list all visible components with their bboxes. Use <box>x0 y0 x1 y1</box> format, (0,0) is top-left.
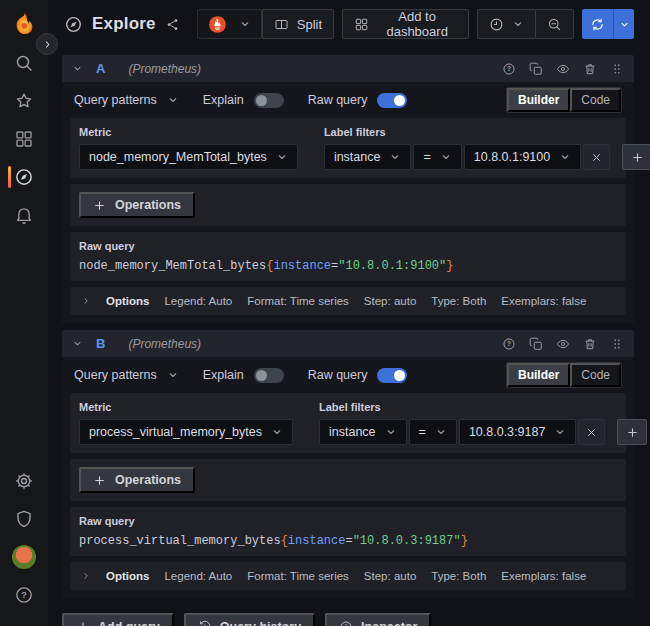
query-a-options-row[interactable]: Options Legend: Auto Format: Time series… <box>70 287 626 315</box>
time-zoom-out-button[interactable] <box>535 9 574 39</box>
option-legend: Legend: Auto <box>164 295 232 307</box>
query-help-icon[interactable] <box>502 337 516 351</box>
shield-icon <box>14 509 34 529</box>
split-button[interactable]: Split <box>262 9 334 39</box>
query-patterns-dropdown[interactable]: Query patterns <box>74 368 157 382</box>
close-icon <box>585 426 598 439</box>
builder-mode-button[interactable]: Builder <box>507 88 570 112</box>
query-ref-id[interactable]: A <box>96 61 105 76</box>
raw-value: "10.8.0.3:9187" <box>353 534 461 548</box>
info-circle-icon <box>339 620 353 626</box>
query-help-icon[interactable] <box>502 62 516 76</box>
refresh-interval-dropdown[interactable] <box>613 9 634 39</box>
query-datasource-name: (Prometheus) <box>128 62 201 76</box>
plus-icon <box>626 426 639 439</box>
label-filters-field: Label filters instance = <box>324 126 650 170</box>
history-icon <box>198 620 212 626</box>
filter-label-select[interactable]: instance <box>324 144 412 170</box>
filter-value-select[interactable]: 10.8.0.3:9187 <box>459 419 576 445</box>
delete-query-trash-icon[interactable] <box>583 337 597 351</box>
remove-filter-button[interactable] <box>583 144 610 170</box>
footer-actions: Add query Query history Inspector <box>62 613 634 626</box>
explain-toggle[interactable] <box>254 93 284 108</box>
filter-operator-select[interactable]: = <box>413 144 461 170</box>
filter-label-select[interactable]: instance <box>319 419 407 445</box>
chevron-down-icon <box>271 426 283 438</box>
label-filters-label: Label filters <box>319 401 647 413</box>
query-patterns-dropdown[interactable]: Query patterns <box>74 93 157 107</box>
option-step: Step: auto <box>364 295 416 307</box>
drag-handle-icon[interactable] <box>610 337 624 351</box>
option-step: Step: auto <box>364 570 416 582</box>
sidebar-expand-button[interactable] <box>36 33 58 55</box>
explain-toggle[interactable] <box>254 368 284 383</box>
query-history-label: Query history <box>220 620 301 626</box>
query-a-editor: Query patterns Explain Raw query Builder… <box>62 82 634 323</box>
drag-handle-icon[interactable] <box>610 62 624 76</box>
sidebar-item-profile[interactable] <box>0 538 48 576</box>
query-a-toolbar: Query patterns Explain Raw query Builder… <box>70 88 626 112</box>
options-label[interactable]: Options <box>106 570 149 582</box>
query-history-button[interactable]: Query history <box>184 613 315 626</box>
inspector-button[interactable]: Inspector <box>325 613 431 626</box>
metric-select[interactable]: node_memory_MemTotal_bytes <box>79 144 298 170</box>
delete-query-trash-icon[interactable] <box>583 62 597 76</box>
sidebar-item-settings[interactable] <box>0 462 48 500</box>
add-filter-button[interactable] <box>617 419 647 445</box>
chevron-down-icon <box>512 18 524 30</box>
close-icon <box>590 151 603 164</box>
collapse-chevron-icon[interactable] <box>72 63 83 74</box>
sidebar-item-server-admin[interactable] <box>0 500 48 538</box>
share-icon[interactable] <box>165 17 180 32</box>
sidebar-item-dashboards[interactable] <box>0 120 48 158</box>
add-query-button[interactable]: Add query <box>62 613 174 626</box>
chevron-down-icon <box>389 151 401 163</box>
zoom-out-icon <box>547 17 562 32</box>
add-operation-button[interactable]: Operations <box>79 192 195 218</box>
grafana-logo-icon[interactable] <box>11 11 38 38</box>
dashboards-grid-icon <box>14 129 34 149</box>
code-mode-button[interactable]: Code <box>570 363 621 387</box>
run-query-button[interactable] <box>582 9 634 39</box>
duplicate-query-icon[interactable] <box>529 62 543 76</box>
options-label[interactable]: Options <box>106 295 149 307</box>
query-a-header: A (Prometheus) <box>62 55 634 82</box>
compass-icon <box>14 167 34 187</box>
plus-icon <box>93 199 106 212</box>
bell-icon <box>14 205 34 225</box>
remove-filter-button[interactable] <box>578 419 605 445</box>
sidebar-item-alerting[interactable] <box>0 196 48 234</box>
add-to-dashboard-button[interactable]: Add to dashboard <box>342 9 469 39</box>
query-b-options-row[interactable]: Options Legend: Auto Format: Time series… <box>70 562 626 590</box>
sidebar-item-help[interactable] <box>0 576 48 614</box>
plus-icon <box>631 151 644 164</box>
add-filter-button[interactable] <box>622 144 650 170</box>
chevron-down-icon[interactable] <box>167 94 179 106</box>
datasource-picker[interactable] <box>197 9 262 39</box>
time-range-picker[interactable] <box>477 9 536 39</box>
toggle-visibility-eye-icon[interactable] <box>556 337 570 351</box>
chevron-down-icon <box>559 151 571 163</box>
chevron-right-icon[interactable] <box>81 296 91 306</box>
collapse-chevron-icon[interactable] <box>72 338 83 349</box>
toggle-visibility-eye-icon[interactable] <box>556 62 570 76</box>
filter-operator-select[interactable]: = <box>409 419 457 445</box>
sidebar-item-explore[interactable] <box>0 158 48 196</box>
metric-select[interactable]: process_virtual_memory_bytes <box>79 419 293 445</box>
filter-value-select[interactable]: 10.8.0.1:9100 <box>464 144 581 170</box>
refresh-icon[interactable] <box>582 9 613 39</box>
add-operation-button[interactable]: Operations <box>79 467 195 493</box>
sidebar-item-starred[interactable] <box>0 82 48 120</box>
explain-label: Explain <box>203 93 244 107</box>
chevron-down-icon[interactable] <box>167 369 179 381</box>
duplicate-query-icon[interactable] <box>529 337 543 351</box>
chevron-right-icon[interactable] <box>81 571 91 581</box>
code-mode-button[interactable]: Code <box>570 88 621 112</box>
raw-query-toggle[interactable] <box>377 93 407 108</box>
raw-query-toggle[interactable] <box>377 368 407 383</box>
help-icon <box>14 585 34 605</box>
option-format: Format: Time series <box>247 295 349 307</box>
builder-mode-button[interactable]: Builder <box>507 363 570 387</box>
query-ref-id[interactable]: B <box>96 336 105 351</box>
raw-query-toggle-label: Raw query <box>308 368 368 382</box>
